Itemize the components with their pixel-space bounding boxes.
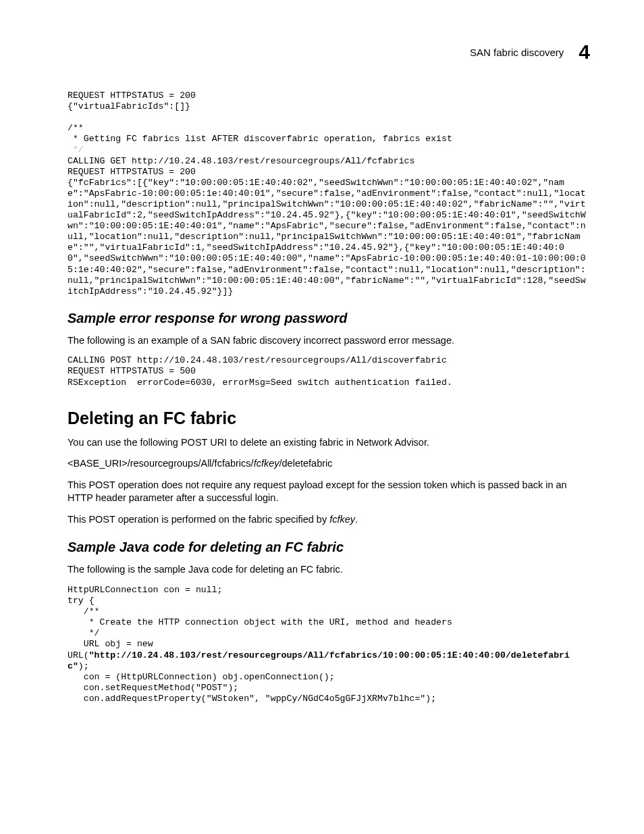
paragraph: You can use the following POST URI to de… (68, 436, 590, 450)
paragraph-uri: <BASE_URI>/resourcegroups/All/fcfabrics/… (68, 457, 590, 471)
code-line: * Getting FC fabrics list AFTER discover… (68, 134, 452, 144)
code-line: /** (68, 606, 100, 617)
code-block-error: CALLING POST http://10.24.48.103/rest/re… (68, 355, 590, 388)
code-block-response: REQUEST HTTPSTATUS = 200 {"virtualFabric… (68, 90, 590, 297)
heading-deleting-fabric: Deleting an FC fabric (68, 409, 590, 428)
chapter-number: 4 (579, 41, 590, 63)
page-container: SAN fabric discovery 4 REQUEST HTTPSTATU… (0, 0, 644, 834)
code-line: REQUEST HTTPSTATUS = 500 (68, 366, 196, 376)
code-line: {"fcFabrics":[{"key":"10:00:00:05:1E:40:… (68, 178, 586, 296)
text: <BASE_URI>/resourcegroups/All/fcfabrics/ (68, 458, 254, 469)
paragraph: The following is the sample Java code fo… (68, 563, 590, 577)
code-line: CALLING POST http://10.24.48.103/rest/re… (68, 355, 447, 365)
paragraph: The following is an example of a SAN fab… (68, 334, 590, 348)
code-block-java: HttpURLConnection con = null; try { /** … (68, 585, 590, 704)
heading-error-response: Sample error response for wrong password (68, 311, 590, 326)
code-line: con.setRequestMethod("POST"); (68, 683, 238, 693)
text: . (355, 514, 358, 525)
code-line: ); (78, 661, 89, 671)
code-line: HttpURLConnection con = null; (68, 585, 223, 595)
header-title: SAN fabric discovery (470, 47, 564, 58)
code-line: REQUEST HTTPSTATUS = 200 (68, 90, 196, 101)
paragraph: This POST operation is performed on the … (68, 513, 590, 527)
code-line: /** (68, 123, 84, 133)
code-line: CALLING GET http://10.24.48.103/rest/res… (68, 156, 414, 166)
code-line: try { (68, 596, 95, 606)
page-header: SAN fabric discovery 4 (68, 41, 590, 63)
text: This POST operation is performed on the … (68, 514, 329, 525)
paragraph: This POST operation does not require any… (68, 479, 590, 505)
code-line: URL obj = new (68, 639, 159, 649)
code-line: */ (68, 145, 84, 155)
code-line: con.addRequestProperty("WStoken", "wppCy… (68, 694, 436, 704)
code-line: */ (68, 628, 99, 638)
code-line: * Create the HTTP connection object with… (68, 617, 452, 627)
code-line: {"virtualFabricIds":[]} (68, 101, 190, 111)
code-line: URL( (68, 650, 89, 660)
text-italic: fcfkey (254, 458, 279, 469)
code-line: con = (HttpURLConnection) obj.openConnec… (68, 672, 335, 682)
text-italic: fcfkey (329, 514, 355, 525)
code-line: RSException errorCode=6030, errorMsg=See… (68, 377, 452, 388)
code-line: REQUEST HTTPSTATUS = 200 (68, 167, 196, 177)
text: /deletefabric (279, 458, 333, 469)
code-bold: "http://10.24.48.103/rest/resourcegroups… (68, 650, 570, 671)
heading-java-code: Sample Java code for deleting an FC fabr… (68, 540, 590, 555)
